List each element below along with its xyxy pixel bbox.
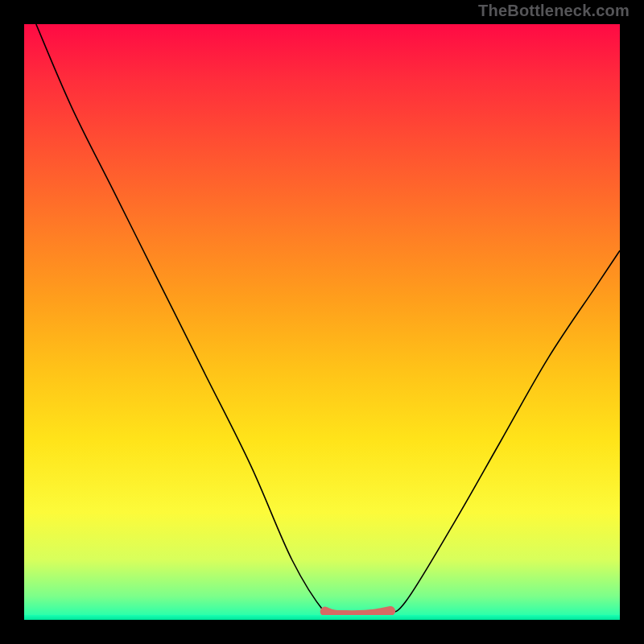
watermark-text: TheBottleneck.com	[478, 2, 630, 20]
plot-area	[24, 24, 620, 620]
bottleneck-curve	[36, 24, 620, 617]
bottom-green-strip	[24, 615, 620, 620]
chart-frame: TheBottleneck.com	[0, 0, 644, 644]
chart-svg	[24, 24, 620, 620]
